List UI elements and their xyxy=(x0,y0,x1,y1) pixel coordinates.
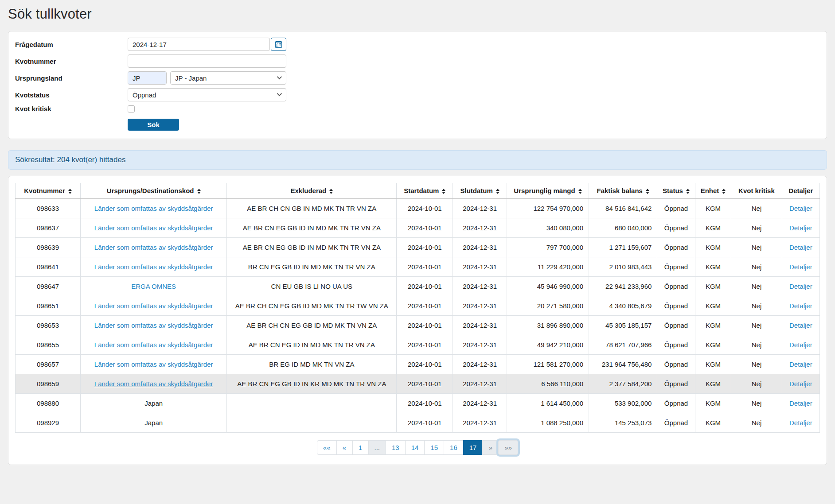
origin-code-link[interactable]: Länder som omfattas av skyddsåtgärder xyxy=(94,205,213,212)
kvot-kritisk-checkbox[interactable] xyxy=(128,105,135,112)
fragedatum-input[interactable] xyxy=(128,38,270,51)
original-amount-cell: 340 080,000 xyxy=(507,218,589,238)
enddate-cell: 2024-12-31 xyxy=(453,199,507,218)
sort-icon xyxy=(329,189,333,194)
details-cell: Detaljer xyxy=(782,335,819,355)
original-amount-cell: 45 946 990,000 xyxy=(507,277,589,296)
details-link[interactable]: Detaljer xyxy=(789,205,812,212)
details-link[interactable]: Detaljer xyxy=(789,380,812,388)
details-link[interactable]: Detaljer xyxy=(789,244,812,251)
origin-code-link[interactable]: ERGA OMNES xyxy=(131,283,176,290)
critical-cell: Nej xyxy=(731,238,782,257)
origin-code-link[interactable]: Länder som omfattas av skyddsåtgärder xyxy=(94,302,213,310)
kvotnummer-input[interactable] xyxy=(128,54,286,68)
actual-balance-cell: 231 964 756,480 xyxy=(589,355,657,374)
pagination-page-1[interactable]: 1 xyxy=(352,440,369,455)
sort-icon xyxy=(646,189,649,194)
status-cell: Öppnad xyxy=(657,374,695,394)
kvotstatus-select[interactable]: Öppnad xyxy=(128,88,286,101)
details-link[interactable]: Detaljer xyxy=(789,283,812,290)
pagination-page-14[interactable]: 14 xyxy=(405,440,425,455)
original-amount-cell: 1 088 250,000 xyxy=(507,413,589,433)
column-header-enhet[interactable]: Enhet xyxy=(695,183,731,199)
quota-row: 098651Länder som omfattas av skyddsåtgär… xyxy=(16,296,820,316)
column-header-slutdatum[interactable]: Slutdatum xyxy=(453,183,507,199)
details-link[interactable]: Detaljer xyxy=(789,341,812,349)
status-cell: Öppnad xyxy=(657,218,695,238)
status-cell: Öppnad xyxy=(657,199,695,218)
details-cell: Detaljer xyxy=(782,199,819,218)
origin-code-link[interactable]: Länder som omfattas av skyddsåtgärder xyxy=(94,341,213,349)
origin-code-cell: Länder som omfattas av skyddsåtgärder xyxy=(81,374,227,394)
column-header-label: Exkluderad xyxy=(290,187,326,194)
pagination-prev[interactable]: « xyxy=(336,440,353,455)
unit-cell: KGM xyxy=(695,374,731,394)
origin-code-link[interactable]: Länder som omfattas av skyddsåtgärder xyxy=(94,244,213,251)
calendar-button[interactable] xyxy=(271,38,286,51)
status-cell: Öppnad xyxy=(657,316,695,335)
details-link[interactable]: Detaljer xyxy=(789,224,812,232)
enddate-cell: 2024-12-31 xyxy=(453,257,507,277)
details-link[interactable]: Detaljer xyxy=(789,361,812,368)
origin-code-link[interactable]: Länder som omfattas av skyddsåtgärder xyxy=(94,380,213,388)
pagination-page-13[interactable]: 13 xyxy=(386,440,406,455)
quota-row: 098655Länder som omfattas av skyddsåtgär… xyxy=(16,335,820,355)
column-header-ursprunglig-mangd[interactable]: Ursprunglig mängd xyxy=(507,183,589,199)
column-header-ursprungs-destinationskod[interactable]: Ursprungs/Destinationskod xyxy=(81,183,227,199)
original-amount-cell: 122 754 970,000 xyxy=(507,199,589,218)
kvotnummer-cell: 098653 xyxy=(16,316,81,335)
search-button[interactable]: Sök xyxy=(128,119,179,131)
details-link[interactable]: Detaljer xyxy=(789,263,812,271)
kvotstatus-select-value: Öppnad xyxy=(133,91,156,99)
column-header-startdatum[interactable]: Startdatum xyxy=(397,183,453,199)
status-cell: Öppnad xyxy=(657,355,695,374)
origin-code-link[interactable]: Länder som omfattas av skyddsåtgärder xyxy=(94,224,213,232)
unit-cell: KGM xyxy=(695,316,731,335)
country-code-input[interactable] xyxy=(128,71,167,85)
origin-code-link[interactable]: Länder som omfattas av skyddsåtgärder xyxy=(94,263,213,271)
sort-icon xyxy=(722,189,726,194)
pagination-page-15[interactable]: 15 xyxy=(424,440,444,455)
excluded-cell: BR CN EG GB ID IN MD MK TN TR VN ZA xyxy=(227,257,397,277)
unit-cell: KGM xyxy=(695,394,731,413)
column-header-label: Ursprungs/Destinationskod xyxy=(107,187,194,194)
column-header-exkluderad[interactable]: Exkluderad xyxy=(227,183,397,199)
status-cell: Öppnad xyxy=(657,413,695,433)
details-link[interactable]: Detaljer xyxy=(789,419,812,426)
origin-code-link[interactable]: Länder som omfattas av skyddsåtgärder xyxy=(94,361,213,368)
details-cell: Detaljer xyxy=(782,238,819,257)
critical-cell: Nej xyxy=(731,413,782,433)
status-cell: Öppnad xyxy=(657,277,695,296)
startdate-cell: 2024-10-01 xyxy=(397,277,453,296)
unit-cell: KGM xyxy=(695,355,731,374)
sort-icon xyxy=(442,189,445,194)
startdate-cell: 2024-10-01 xyxy=(397,355,453,374)
column-header-label: Startdatum xyxy=(404,187,439,194)
quota-row: 098880Japan2024-10-012024-12-311 614 450… xyxy=(16,394,820,413)
enddate-cell: 2024-12-31 xyxy=(453,335,507,355)
critical-cell: Nej xyxy=(731,316,782,335)
column-header-faktisk-balans[interactable]: Faktisk balans xyxy=(589,183,657,199)
pagination-page-16[interactable]: 16 xyxy=(444,440,464,455)
critical-cell: Nej xyxy=(731,335,782,355)
details-link[interactable]: Detaljer xyxy=(789,399,812,407)
column-header-label: Slutdatum xyxy=(460,187,492,194)
quota-row: 098641Länder som omfattas av skyddsåtgär… xyxy=(16,257,820,277)
column-header-kvotnummer[interactable]: Kvotnummer xyxy=(16,183,81,199)
details-link[interactable]: Detaljer xyxy=(789,322,812,329)
column-header-status[interactable]: Status xyxy=(657,183,695,199)
pagination-page-17[interactable]: 17 xyxy=(463,440,483,455)
details-link[interactable]: Detaljer xyxy=(789,302,812,310)
startdate-cell: 2024-10-01 xyxy=(397,257,453,277)
quota-row: 098657Länder som omfattas av skyddsåtgär… xyxy=(16,355,820,374)
search-form-panel: Frågedatum Kvotnummer Ursprungsland xyxy=(8,31,827,139)
origin-code-text: Japan xyxy=(144,419,163,426)
country-select[interactable]: JP - Japan xyxy=(170,71,286,85)
original-amount-cell: 49 942 210,000 xyxy=(507,335,589,355)
origin-code-link[interactable]: Länder som omfattas av skyddsåtgärder xyxy=(94,322,213,329)
pagination-first[interactable]: «« xyxy=(317,440,337,455)
column-header-detaljer: Detaljer xyxy=(782,183,819,199)
kvotnummer-cell: 098641 xyxy=(16,257,81,277)
quota-row: 098929Japan2024-10-012024-12-311 088 250… xyxy=(16,413,820,433)
unit-cell: KGM xyxy=(695,335,731,355)
